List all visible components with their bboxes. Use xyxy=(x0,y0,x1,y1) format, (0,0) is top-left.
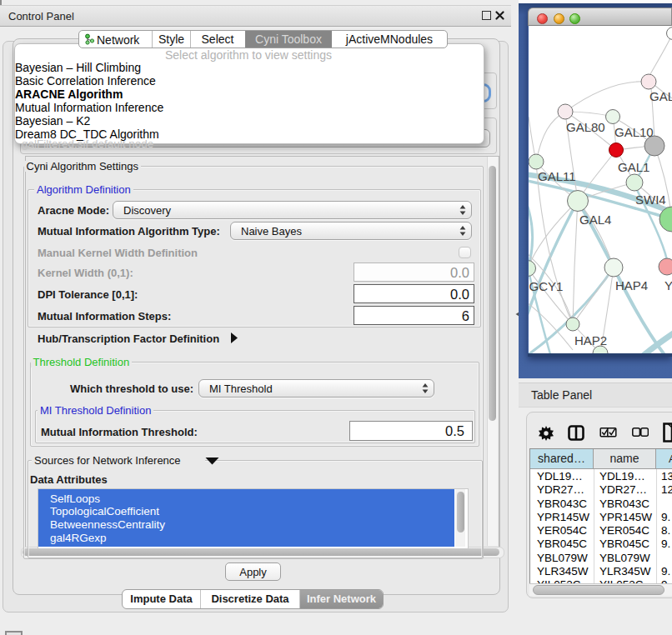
svg-text:HAP2: HAP2 xyxy=(574,333,607,348)
svg-text:GAL2: GAL2 xyxy=(649,89,672,103)
svg-text:GAL80: GAL80 xyxy=(566,120,605,134)
svg-text:YE: YE xyxy=(664,278,672,292)
svg-text:GAL4: GAL4 xyxy=(579,212,611,227)
svg-text:HAP4: HAP4 xyxy=(615,278,648,292)
svg-text:GAL11: GAL11 xyxy=(538,169,576,183)
svg-text:GCY1: GCY1 xyxy=(529,279,564,293)
svg-text:SWI4: SWI4 xyxy=(635,192,666,207)
svg-text:GAL1: GAL1 xyxy=(618,160,649,174)
svg-text:GAL10: GAL10 xyxy=(614,125,654,139)
